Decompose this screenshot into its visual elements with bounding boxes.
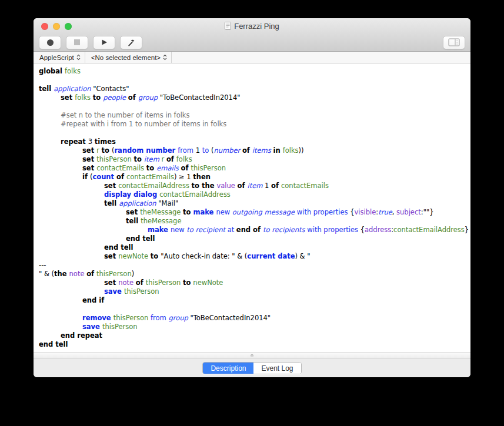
code-line: save thisPerson bbox=[39, 323, 468, 331]
hammer-icon bbox=[126, 38, 136, 47]
code-line: set contactEmailAddress to the value of … bbox=[39, 182, 468, 190]
code-line: #set n to the number of items in folks bbox=[39, 111, 468, 120]
code-line: end tell bbox=[39, 234, 468, 243]
code-line: set newNote to "Auto check-in date: " & … bbox=[39, 252, 468, 261]
bottom-tab-control: Description Event Log bbox=[202, 362, 301, 374]
pane-splitter[interactable] bbox=[34, 353, 470, 359]
code-line: set theMessage to make new outgoing mess… bbox=[39, 208, 468, 217]
language-popup-label: AppleScript bbox=[39, 54, 74, 61]
code-line: set folks to people of group "ToBeContac… bbox=[39, 93, 468, 102]
code-line: end tell bbox=[39, 243, 468, 252]
code-line: end if bbox=[39, 296, 468, 305]
code-line: end repeat bbox=[39, 331, 468, 340]
code-line: --- bbox=[39, 261, 468, 270]
code-line: set r to (random number from 1 to (numbe… bbox=[39, 146, 468, 155]
split-panel-icon bbox=[448, 38, 460, 46]
code-line: " & (the note of thisPerson) bbox=[39, 270, 468, 279]
code-line: remove thisPerson from group "ToBeContac… bbox=[39, 314, 468, 323]
toolbar bbox=[34, 33, 470, 51]
script-editor-window: Ferrazzi Ping bbox=[34, 18, 470, 377]
code-line: set note of thisPerson to newNote bbox=[39, 279, 468, 287]
accessory-view-toggle-button[interactable] bbox=[443, 36, 465, 49]
code-line: if (count of contactEmails) ≥ 1 then bbox=[39, 173, 468, 182]
code-line: set thisPerson to item r of folks bbox=[39, 155, 468, 164]
window-title: Ferrazzi Ping bbox=[234, 22, 279, 31]
splitter-handle-icon bbox=[251, 354, 253, 357]
code-line: #repeat with i from 1 to number of items… bbox=[39, 120, 468, 129]
tab-event-log[interactable]: Event Log bbox=[253, 363, 301, 374]
stop-icon bbox=[74, 39, 80, 45]
code-line: save thisPerson bbox=[39, 287, 468, 296]
close-button[interactable] bbox=[41, 23, 48, 30]
code-line bbox=[39, 102, 468, 111]
script-editor[interactable]: global folks tell application "Contacts"… bbox=[34, 63, 470, 353]
record-button[interactable] bbox=[39, 36, 61, 49]
language-popup[interactable]: AppleScript bbox=[34, 52, 85, 63]
minimize-button[interactable] bbox=[53, 23, 60, 30]
window-chrome: Ferrazzi Ping bbox=[34, 18, 470, 52]
play-icon bbox=[100, 38, 108, 46]
element-popup-label: <No selected element> bbox=[91, 54, 161, 61]
code-line: end tell bbox=[39, 340, 468, 349]
stepper-chevrons-icon bbox=[163, 54, 167, 61]
code-line: tell application "Mail" bbox=[39, 199, 468, 208]
document-proxy-icon[interactable] bbox=[225, 22, 231, 30]
tab-description-label: Description bbox=[211, 364, 246, 373]
titlebar[interactable]: Ferrazzi Ping bbox=[34, 18, 470, 33]
code-line: display dialog contactEmailAddress bbox=[39, 190, 468, 199]
stop-button[interactable] bbox=[66, 36, 88, 49]
code-line: set contactEmails to emails of thisPerso… bbox=[39, 164, 468, 173]
code-line: tell theMessage bbox=[39, 217, 468, 226]
traffic-lights bbox=[41, 23, 72, 30]
record-icon bbox=[47, 39, 54, 46]
code-line bbox=[39, 305, 468, 314]
code-line: make new to recipient at end of to recip… bbox=[39, 226, 468, 234]
compile-button[interactable] bbox=[120, 36, 142, 49]
zoom-button[interactable] bbox=[65, 23, 72, 30]
code-line: tell application "Contacts" bbox=[39, 85, 468, 93]
desktop-background: Ferrazzi Ping bbox=[0, 0, 504, 426]
element-popup[interactable]: <No selected element> bbox=[85, 52, 172, 63]
code-line bbox=[39, 76, 468, 85]
tab-description[interactable]: Description bbox=[203, 363, 253, 374]
stepper-chevrons-icon bbox=[76, 54, 81, 61]
code-line bbox=[39, 129, 468, 137]
tab-event-log-label: Event Log bbox=[261, 364, 293, 373]
run-button[interactable] bbox=[93, 36, 115, 49]
code-line: repeat 3 times bbox=[39, 137, 468, 146]
navigation-bar: AppleScript <No selected element> bbox=[34, 52, 470, 63]
bottom-bar: Description Event Log bbox=[34, 359, 470, 377]
code-line: global folks bbox=[39, 67, 468, 76]
